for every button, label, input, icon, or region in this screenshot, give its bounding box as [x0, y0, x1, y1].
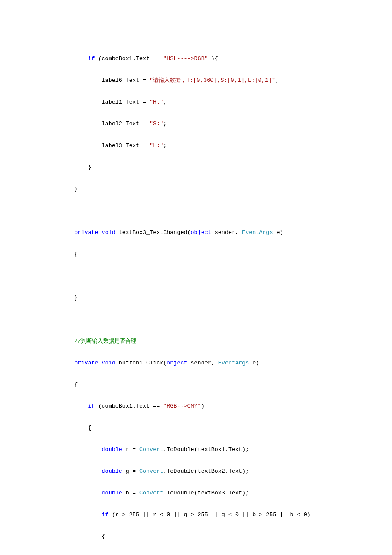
code-line	[47, 205, 366, 216]
code-line: label2.Text = "S:";	[47, 119, 366, 129]
code-line: double r = Convert.ToDouble(textBox1.Tex…	[47, 444, 366, 455]
code-line: //判断输入数据是否合理	[47, 336, 366, 347]
code-line: private void textBox3_TextChanged(object…	[47, 227, 366, 238]
code-line: label6.Text = "数据输入有误，请重新输入";	[47, 553, 366, 555]
code-line: }	[47, 292, 366, 303]
code-line: {	[47, 531, 366, 542]
code-line: double g = Convert.ToDouble(textBox2.Tex…	[47, 466, 366, 477]
code-line: }	[47, 162, 366, 173]
code-line: private void button1_Click(object sender…	[47, 358, 366, 368]
code-line: {	[47, 422, 366, 433]
code-line: }	[47, 184, 366, 194]
code-line: {	[47, 379, 366, 390]
code-line: {	[47, 249, 366, 260]
code-line: if (comboBox1.Text == "RGB-->CMY")	[47, 401, 366, 411]
code-line: if (r > 255 || r < 0 || g > 255 || g < 0…	[47, 509, 366, 520]
code-line	[47, 271, 366, 281]
code-line: double b = Convert.ToDouble(textBox3.Tex…	[47, 488, 366, 498]
code-line	[47, 314, 366, 325]
code-line: label3.Text = "L:";	[47, 140, 366, 151]
code-page: if (comboBox1.Text == "HSL---->RGB" ){ l…	[0, 0, 392, 555]
code-line: label6.Text = "请输入数据，H:[0,360],S:[0,1],L…	[47, 75, 366, 86]
code-line: if (comboBox1.Text == "HSL---->RGB" ){	[47, 53, 366, 64]
code-line: label1.Text = "H:";	[47, 97, 366, 107]
